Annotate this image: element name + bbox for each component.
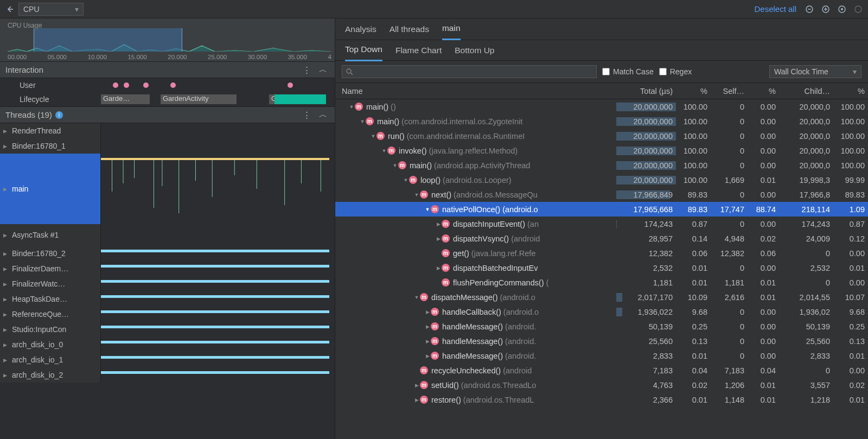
search-field[interactable] [353,68,593,76]
chevron-down-icon[interactable]: ▼ [392,163,398,168]
zoom-reset-icon[interactable] [835,3,848,16]
thread-track[interactable] [101,224,335,246]
tree-body[interactable]: ▼mmain()()20,000,000100.0000.0020,000,01… [335,99,868,439]
clock-select[interactable]: Wall Clock Time ▾ [769,65,861,78]
match-case-checkbox[interactable]: Match Case [602,67,654,76]
tab-analysis[interactable]: Analysis [345,24,376,40]
thread-row[interactable]: ▸arch_disk_io_0 [0,337,335,352]
call-row[interactable]: ▶mdispatchInputEvent()(an174,2430.8700.0… [335,217,868,231]
thread-row[interactable]: ▸FinalizerWatc… [0,276,335,291]
lifecycle-track[interactable]: Garde… GardenActivity GardenAc… [101,92,335,106]
tab-bottom-up[interactable]: Bottom Up [455,46,494,61]
thread-track[interactable] [101,367,335,383]
thread-track[interactable] [101,261,335,276]
chevron-down-icon[interactable]: ▼ [381,148,387,154]
col-pct1[interactable]: % [676,87,711,96]
thread-track[interactable] [101,154,335,224]
chevron-down-icon[interactable]: ▼ [348,104,355,110]
thread-row[interactable]: ▸ReferenceQue… [0,307,335,322]
thread-row[interactable]: ▸Studio:InputCon [0,322,335,337]
thread-row[interactable]: ▸RenderThread [0,123,335,138]
thread-track[interactable] [101,352,335,367]
call-row[interactable]: ▼mnext()(android.os.MessageQu17,966,8498… [335,187,868,202]
tab-flame-chart[interactable]: Flame Chart [395,46,442,61]
more-icon[interactable]: ⋮ [300,109,313,122]
call-row[interactable]: ▶mhandleMessage()(android.25,5600.1300.0… [335,334,868,348]
collapse-icon[interactable]: ︿ [316,63,329,77]
thread-row[interactable]: ▸HeapTaskDae… [0,291,335,307]
zoom-out-icon[interactable] [803,3,816,16]
thread-row[interactable]: ▸main [0,154,335,224]
call-row[interactable]: ▶msetUid()(android.os.ThreadLo4,7630.021… [335,378,868,392]
call-row[interactable]: mrecycleUnchecked()(android7,1830.047,18… [335,363,868,378]
thread-track[interactable] [101,246,335,261]
cpu-selection-range[interactable] [34,28,183,52]
call-row[interactable]: ▶mhandleCallback()(android.o1,936,0229.6… [335,304,868,319]
thread-row[interactable]: ▸AsyncTask #1 [0,224,335,246]
tab-top-down[interactable]: Top Down [345,44,382,61]
call-row[interactable]: mget()(java.lang.ref.Refe12,3820.0612,38… [335,246,868,260]
col-pct3[interactable]: % [833,87,868,96]
call-row[interactable]: ▼minvoke()(java.lang.reflect.Method)20,0… [335,143,868,158]
col-total[interactable]: Total (µs) [616,87,676,96]
call-row[interactable]: ▼mdispatchMessage()(android.o2,017,17010… [335,290,868,304]
more-icon[interactable]: ⋮ [300,63,313,77]
thread-track[interactable] [101,291,335,307]
thread-row[interactable]: ▸arch_disk_io_1 [0,352,335,367]
thread-row[interactable]: ▸Binder:16780_1 [0,138,335,154]
call-row[interactable]: ▼mloop()(android.os.Looper)20,000,000100… [335,173,868,187]
thread-track[interactable] [101,123,335,138]
col-self[interactable]: Self… [711,87,748,96]
call-row[interactable]: ▶mhandleMessage()(android.50,1390.2500.0… [335,319,868,334]
call-row[interactable]: ▼mrun()(com.android.internal.os.RuntimeI… [335,129,868,143]
chevron-down-icon[interactable]: ▼ [413,192,420,198]
chevron-down-icon[interactable]: ▼ [359,119,366,124]
deselect-all-link[interactable]: Deselect all [754,4,796,14]
chevron-right-icon[interactable]: ▶ [424,309,431,315]
settings-icon[interactable] [852,3,865,16]
call-row[interactable]: ▼mmain()(com.android.internal.os.ZygoteI… [335,114,868,129]
call-row[interactable]: ▼mnativePollOnce()(android.o17,965,66889… [335,202,868,217]
thread-row[interactable]: ▸FinalizerDaem… [0,261,335,276]
thread-track[interactable] [101,322,335,337]
tab-main[interactable]: main [442,23,461,40]
profiler-select[interactable]: CPU ▾ [18,3,84,16]
chevron-down-icon[interactable]: ▼ [413,295,420,300]
chevron-down-icon[interactable]: ▼ [370,133,376,139]
thread-row[interactable]: ▸arch_disk_io_2 [0,367,335,383]
call-row[interactable]: ▶mhandleMessage()(android.2,8330.0100.00… [335,348,868,363]
col-name[interactable]: Name [335,87,616,96]
call-row[interactable]: ▼mmain()(android.app.ActivityThread20,00… [335,158,868,173]
call-row[interactable]: ▶mrestore()(android.os.ThreadL2,3660.011… [335,392,868,407]
collapse-icon[interactable]: ︿ [316,109,329,122]
user-track[interactable] [101,78,335,92]
search-input[interactable] [342,65,597,78]
chevron-right-icon[interactable]: ▶ [435,236,442,241]
thread-track[interactable] [101,307,335,322]
chevron-right-icon[interactable]: ▶ [424,339,431,344]
call-row[interactable]: ▶mdispatchVsync()(android28,9570.144,948… [335,231,868,246]
chevron-right-icon[interactable]: ▶ [424,353,431,359]
back-arrow-icon[interactable] [3,3,16,16]
call-row[interactable]: mflushPendingCommands()(1,1810.011,1810.… [335,275,868,290]
tab-all-threads[interactable]: All threads [390,24,429,40]
chevron-right-icon[interactable]: ▶ [413,383,420,388]
call-row[interactable]: ▼mmain()()20,000,000100.0000.0020,000,01… [335,99,868,114]
cpu-usage-chart[interactable]: CPU Usage 00.00005.00010.00015.00020.000… [0,18,335,62]
regex-checkbox[interactable]: Regex [659,67,692,76]
info-icon[interactable]: i [55,111,63,119]
chevron-right-icon[interactable]: ▶ [413,397,420,403]
col-pct2[interactable]: % [748,87,779,96]
chevron-right-icon[interactable]: ▶ [424,324,431,329]
zoom-in-icon[interactable] [819,3,832,16]
chevron-right-icon[interactable]: ▶ [435,265,442,271]
thread-track[interactable] [101,276,335,291]
thread-track[interactable] [101,337,335,352]
chevron-down-icon[interactable]: ▼ [424,207,431,212]
chevron-down-icon[interactable]: ▼ [403,177,409,183]
thread-row[interactable]: ▸Binder:16780_2 [0,246,335,261]
chevron-right-icon[interactable]: ▶ [435,221,442,227]
call-row[interactable]: ▶mdispatchBatchedInputEv2,5320.0100.002,… [335,260,868,275]
thread-track[interactable] [101,138,335,154]
col-child[interactable]: Child… [779,87,833,96]
